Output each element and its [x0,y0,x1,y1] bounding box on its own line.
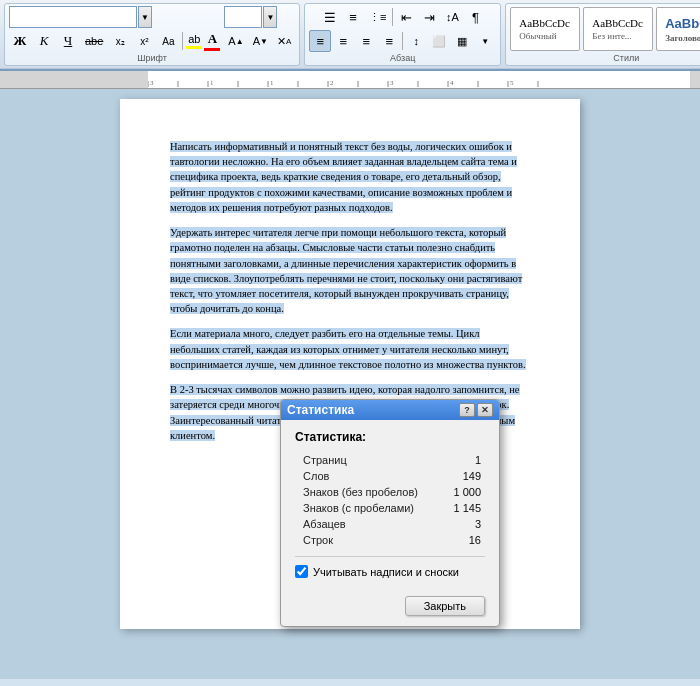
styles-group: AaBbCcDc Обычный AaBbCcDc Без инте... Aa… [505,3,700,66]
align-left-btn[interactable]: ≡ [309,30,331,52]
style-normal-box[interactable]: AaBbCcDc Обычный [510,7,580,51]
svg-text:3: 3 [150,79,154,87]
style-heading-box[interactable]: AaBbCс Заголово... [656,7,700,51]
stats-value-3: 1 145 [443,500,485,516]
strikethrough-button[interactable]: abe [81,30,107,52]
decrease-font-btn[interactable]: A▼ [249,30,272,52]
stats-value-0: 1 [443,452,485,468]
paragraph-2: Удержать интерес читателя легче при помо… [170,225,530,316]
statistics-dialog: Статистика ? ✕ Статистика: Страниц1Слов1… [280,399,500,627]
borders-expand-btn[interactable]: ▼ [474,30,496,52]
stats-label-1: Слов [295,468,443,484]
font-group-label: Шрифт [9,53,295,63]
bullets-btn[interactable]: ☰ [319,6,341,28]
stats-value-4: 3 [443,516,485,532]
svg-text:4: 4 [450,79,454,87]
stats-value-1: 149 [443,468,485,484]
styles-group-label: Стили [613,53,639,63]
font-size-dropdown[interactable]: ▼ [263,6,277,28]
align-justify-btn[interactable]: ≡ [378,30,400,52]
svg-text:2: 2 [330,79,334,87]
styles-section: AaBbCcDc Обычный AaBbCcDc Без инте... Aa… [510,7,700,51]
stats-label-5: Строк [295,532,443,548]
main-toolbar: Times New Roman ▼ Ж К Ч abe x₂ x² Аа [0,0,700,71]
clear-format-btn[interactable]: ✕A [273,30,295,52]
paragraph-1-text: Написать информативный и понятный текст … [170,141,517,213]
style-no-spacing-box[interactable]: AaBbCcDc Без инте... [583,7,653,51]
paragraph-3-text: Если материала много, следует разбить ег… [170,328,526,369]
stats-row-4: Абзацев3 [295,516,485,532]
font-name-input[interactable]: Times New Roman [9,6,137,28]
paragraph-2-text: Удержать интерес читателя легче при помо… [170,227,522,314]
close-dialog-btn[interactable]: Закрыть [405,596,485,616]
paragraph-group: ☰ ≡ ⋮≡ ⇤ ⇥ ↕A ¶ ≡ ≡ ≡ ≡ ↕ ⬜ ▦ [304,3,501,66]
sort-btn[interactable]: ↕A [441,6,463,28]
dialog-checkbox-row: Учитывать надписи и сноски [295,556,485,578]
dialog-section-title: Статистика: [295,430,485,444]
statistics-table: Страниц1Слов149Знаков (без пробелов)1 00… [295,452,485,548]
svg-text:3: 3 [390,79,394,87]
highlight-btn[interactable]: ab [186,33,202,49]
font-group: Times New Roman ▼ Ж К Ч abe x₂ x² Аа [4,3,300,66]
svg-text:1: 1 [270,79,274,87]
decrease-indent-btn[interactable]: ⇤ [395,6,417,28]
change-case-button[interactable]: Аа [157,30,179,52]
bold-button[interactable]: Ж [9,30,31,52]
stats-label-2: Знаков (без пробелов) [295,484,443,500]
align-center-btn[interactable]: ≡ [332,30,354,52]
dialog-close-title-btn[interactable]: ✕ [477,403,493,417]
stats-label-0: Страниц [295,452,443,468]
multilevel-btn[interactable]: ⋮≡ [365,6,390,28]
increase-font-btn[interactable]: A▲ [224,30,247,52]
fill-color-btn[interactable]: ⬜ [428,30,450,52]
align-right-btn[interactable]: ≡ [355,30,377,52]
superscript-button[interactable]: x² [133,30,155,52]
font-color-btn[interactable]: А [204,31,220,51]
subscript-button[interactable]: x₂ [109,30,131,52]
dialog-footer: Закрыть [281,596,499,626]
stats-label-3: Знаков (с пробелами) [295,500,443,516]
paragraph-3: Если материала много, следует разбить ег… [170,326,530,372]
dialog-help-btn[interactable]: ? [459,403,475,417]
stats-row-5: Строк16 [295,532,485,548]
dialog-titlebar-buttons: ? ✕ [459,403,493,417]
dialog-title: Статистика [287,403,354,417]
italic-button[interactable]: К [33,30,55,52]
stats-row-1: Слов149 [295,468,485,484]
font-size-input[interactable]: 12 [224,6,262,28]
ruler: 3 1 1 2 3 4 5 6 7 [0,71,700,89]
stats-value-2: 1 000 [443,484,485,500]
ruler-marks: 3 1 1 2 3 4 5 6 7 [148,73,552,87]
stats-value-5: 16 [443,532,485,548]
numbered-btn[interactable]: ≡ [342,6,364,28]
paragraph-1: Написать информативный и понятный текст … [170,139,530,215]
underline-button[interactable]: Ч [57,30,79,52]
stats-label-4: Абзацев [295,516,443,532]
include-footnotes-checkbox[interactable] [295,565,308,578]
dialog-titlebar: Статистика ? ✕ [281,400,499,420]
stats-row-3: Знаков (с пробелами)1 145 [295,500,485,516]
dialog-body: Статистика: Страниц1Слов149Знаков (без п… [281,420,499,596]
document-area: Написать информативный и понятный текст … [0,89,700,679]
checkbox-label: Учитывать надписи и сноски [313,566,459,578]
stats-row-0: Страниц1 [295,452,485,468]
font-name-dropdown[interactable]: ▼ [138,6,152,28]
border-btn[interactable]: ▦ [451,30,473,52]
line-spacing-btn[interactable]: ↕ [405,30,427,52]
stats-row-2: Знаков (без пробелов)1 000 [295,484,485,500]
paragraph-group-label: Абзац [390,53,415,63]
svg-text:5: 5 [510,79,514,87]
show-marks-btn[interactable]: ¶ [464,6,486,28]
svg-text:1: 1 [210,79,214,87]
increase-indent-btn[interactable]: ⇥ [418,6,440,28]
